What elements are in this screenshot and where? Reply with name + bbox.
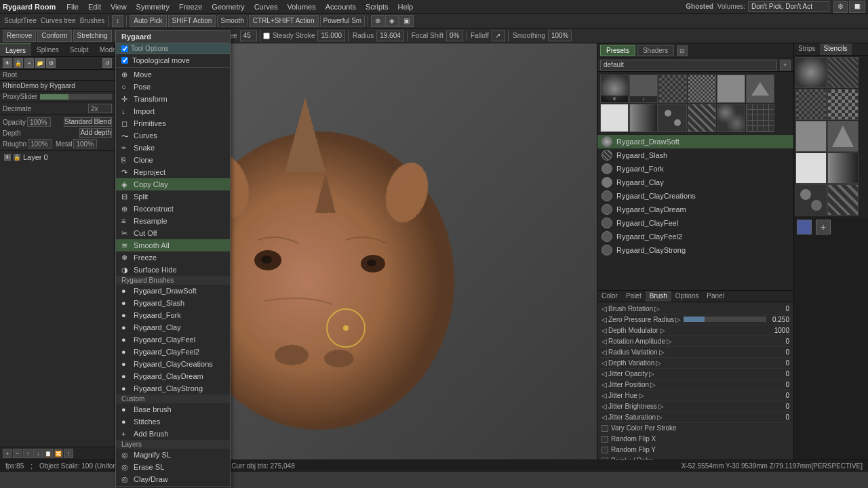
jitter-pos-val[interactable]: 0 (769, 381, 789, 388)
menu-volumes[interactable]: Volumes (283, 1, 320, 12)
bot-icon-4[interactable]: ↓ (33, 449, 43, 458)
jitter-sat-val[interactable]: 0 (769, 413, 789, 421)
tab-sculpt[interactable]: Sculpt (64, 43, 94, 56)
shift-action-btn[interactable]: SHIFT Action (168, 15, 216, 27)
extra-icon-3[interactable]: ▣ (399, 15, 414, 27)
move-icon-btn[interactable]: ↕ (112, 15, 123, 27)
extra-icon-2[interactable]: ◈ (385, 15, 399, 27)
strip-gradient[interactable] (827, 152, 859, 184)
tab-brush-opt[interactable]: Brush (646, 291, 671, 302)
auto-pick-btn[interactable]: Auto Pick (130, 15, 166, 27)
brush-thumb-chevron[interactable]: › (629, 75, 658, 103)
tab-palet[interactable]: Palet (622, 291, 646, 302)
strip-diag2[interactable] (827, 184, 859, 216)
tab-splines[interactable]: Splines (31, 43, 64, 56)
add-icon[interactable]: + (24, 58, 34, 68)
menu-scripts[interactable]: Scripts (361, 1, 393, 12)
menu-freeze[interactable]: Freeze (175, 1, 206, 12)
topological-move-item[interactable]: Topological move (116, 54, 230, 66)
add-stencil-button[interactable]: + (816, 220, 831, 235)
menu-edit[interactable]: Edit (84, 1, 105, 12)
depth-var-val[interactable]: 0 (769, 359, 789, 367)
remove-btn[interactable]: Remove (3, 30, 36, 42)
brush-thumb-grad[interactable] (629, 104, 658, 132)
blend-select[interactable]: Standard Blend (64, 117, 112, 127)
menu-accounts[interactable]: Accounts (321, 1, 360, 12)
random-flip-x-checkbox[interactable] (601, 436, 608, 443)
paint-dabs-checkbox[interactable] (601, 458, 608, 460)
active-color-swatch[interactable] (797, 220, 812, 235)
menu-reproject[interactable]: ↷ Reproject (116, 166, 230, 178)
brush-clayfeel[interactable]: ●Rygaard_ClayFeel (116, 333, 230, 346)
zero-pressure-val[interactable]: 0.250 (769, 316, 789, 323)
brush-item-clay[interactable]: Rygaard_Clay (597, 176, 793, 189)
strip-checker2[interactable] (827, 89, 859, 120)
brush-thumb-check2[interactable] (688, 75, 716, 103)
bot-icon-7[interactable]: ⋮ (64, 449, 73, 458)
strip-triangle[interactable] (827, 121, 859, 152)
settings-icon[interactable]: ⚙ (46, 58, 56, 68)
tab-presets[interactable]: Presets (600, 45, 635, 56)
dd-erase-sl[interactable]: ◎Erase SL (116, 461, 230, 473)
brush-item-slash[interactable]: Rygaard_Slash (597, 148, 793, 162)
bot-icon-1[interactable]: + (3, 449, 12, 458)
menu-geometry[interactable]: Geometry (208, 1, 248, 12)
menu-curves[interactable]: Curves (250, 1, 282, 12)
tab-models[interactable]: Models (94, 43, 115, 56)
bot-icon-6[interactable]: 🔀 (54, 449, 63, 458)
brush-thumb-triangle[interactable] (746, 75, 774, 103)
tab-color[interactable]: Color (597, 291, 622, 302)
menu-smooth-all[interactable]: ≋ Smooth All (116, 239, 230, 251)
menu-move[interactable]: ⊕ Move (116, 68, 230, 81)
brush-thumb-check1[interactable] (658, 75, 687, 103)
roughness-val[interactable]: 100% (28, 139, 52, 148)
opacity-val[interactable]: 100% (27, 117, 51, 127)
strips-tab-stencils[interactable]: Stencils (820, 43, 852, 55)
brush-thumb-circles[interactable] (717, 104, 745, 132)
steady-stroke-checkbox[interactable] (263, 33, 270, 39)
brush-slash[interactable]: ●Rygaard_Slash (116, 297, 230, 309)
menu-split[interactable]: ⊟ Split (116, 190, 230, 203)
right-panel-toggle[interactable]: ⊟ (677, 45, 688, 56)
brush-item-drawsoft[interactable]: Rygaard_DrawSoft (597, 135, 793, 148)
layer0-item[interactable]: 👁 🔒 Layer 0 (0, 151, 115, 163)
menu-reconstruct[interactable]: ⊛ Reconstruct (116, 203, 230, 215)
menu-import[interactable]: ↓ Import (116, 105, 230, 117)
ctrl-shift-btn[interactable]: CTRL+SHIFT Action (249, 15, 319, 27)
tab-panel[interactable]: Panel (703, 291, 728, 302)
brush-drawsoft[interactable]: ●Rygaard_DrawSoft (116, 285, 230, 297)
jitter-opacity-val[interactable]: 0 (769, 370, 789, 378)
tab-shaders[interactable]: Shaders (637, 45, 674, 56)
topo-move-checkbox[interactable] (121, 57, 128, 64)
dd-clay-draw[interactable]: ◎Clay/Draw (116, 473, 230, 485)
smoothing-val[interactable]: 100% (548, 30, 572, 41)
lock-icon[interactable]: 🔒 (14, 58, 23, 68)
menu-clone[interactable]: ⎘ Clone (116, 154, 230, 166)
folder-icon[interactable]: 📁 (35, 58, 45, 68)
jitter-bright-val[interactable]: 0 (769, 403, 789, 410)
steady-val[interactable]: 15.000 (317, 30, 345, 41)
brush-thumb-dots[interactable] (717, 75, 745, 103)
vary-color-checkbox[interactable] (601, 425, 608, 432)
brush-thumb-x[interactable]: ✕ (600, 75, 629, 103)
proxy-slider[interactable] (40, 94, 112, 100)
brush-clayfeel2[interactable]: ●Rygaard_ClayFeel2 (116, 346, 230, 358)
dd-magnify-sl[interactable]: ◎Magnify SL (116, 449, 230, 461)
depth-mod-val[interactable]: 1000 (769, 327, 789, 334)
strip-circles[interactable] (795, 184, 827, 216)
menu-copy-clay[interactable]: ◈ Copy Clay (116, 178, 230, 190)
brush-claydream[interactable]: ●Rygaard_ClayDream (116, 370, 230, 382)
custom-add-brush[interactable]: +Add Brush (116, 428, 230, 440)
bot-icon-5[interactable]: 📋 (43, 449, 53, 458)
strip-solid[interactable] (795, 57, 827, 88)
eye-layer-icon[interactable]: 👁 (4, 154, 11, 161)
tab-options[interactable]: Options (671, 291, 703, 302)
menu-primitives[interactable]: ◻ Primitives (116, 117, 230, 129)
strips-tab-strips[interactable]: Strips (794, 43, 820, 55)
plus-btn[interactable]: + (780, 60, 791, 70)
move-degree-val[interactable]: 45 (240, 30, 257, 41)
custom-stitches[interactable]: ●Stitches (116, 415, 230, 428)
tool-options-checkbox[interactable] (121, 45, 128, 52)
jitter-hue-val[interactable]: 0 (769, 392, 789, 399)
menu-surface-hide[interactable]: ◑ Surface Hide (116, 264, 230, 276)
